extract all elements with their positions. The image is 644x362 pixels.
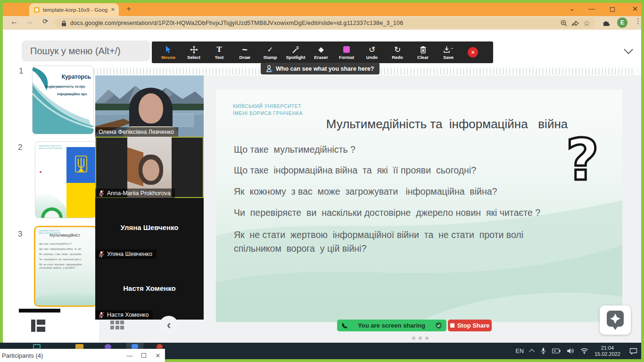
window-chevron-icon[interactable]: ⌄ [567, 5, 577, 12]
slide-question-1: Що таке мультимедійність ? [234, 144, 355, 155]
browser-menu-icon[interactable]: ⋮ [635, 17, 642, 25]
window-restore-button[interactable] [610, 7, 615, 12]
action-center-icon[interactable] [629, 348, 637, 354]
tool-draw[interactable]: ~ Draw [232, 42, 257, 63]
browser-toolbar: ← → ⟳ docs.google.com/presentation/d/1PZ… [3, 16, 641, 30]
tool-save[interactable]: ⌄ Save [436, 42, 461, 63]
tab-title: template-korp-16x9 - Google Пр [43, 7, 107, 13]
text-tool-icon: T [216, 45, 222, 54]
phone-icon [341, 322, 348, 329]
taskbar-active-app-tile[interactable] [126, 343, 143, 349]
menu-search-box[interactable]: Пошук у меню (Alt+/) [22, 41, 150, 61]
window-minimize-button[interactable]: — [586, 5, 597, 12]
battery-icon[interactable] [552, 348, 561, 354]
tool-undo[interactable]: ↺ Undo [359, 42, 385, 63]
stop-square-icon [450, 323, 454, 328]
video3-name-label: Уляна Шевченко [95, 249, 157, 259]
system-tray: EN 21:04 15.02.2022 [516, 343, 637, 359]
reload-button[interactable]: ⟳ [40, 17, 51, 25]
thumb3-questions: Що таке мультимедійність ? Що таке інфор… [39, 242, 82, 272]
video-tile-nastia[interactable]: Настя Хоменко Настя Хоменко [95, 259, 204, 320]
back-button[interactable]: ← [8, 17, 20, 26]
participants-close-button[interactable]: ✕ [151, 352, 165, 359]
tool-eraser[interactable]: ◆ Eraser [308, 42, 334, 63]
clock-time: 21:04 [594, 345, 620, 351]
stamp-check-icon: ✓ [267, 45, 273, 54]
thumb2-pink-dot [40, 171, 41, 173]
participants-window-title: Participants (4) [0, 352, 123, 359]
tooltip-text: Who can see what you share here? [276, 66, 374, 72]
share-visibility-tooltip: Who can see what you share here? [261, 63, 380, 74]
screen: template-korp-16x9 - Google Пр ✕ + ⌄ — ✕… [0, 0, 644, 362]
share-icon[interactable] [571, 20, 579, 27]
tool-clear[interactable]: Clear [410, 42, 436, 63]
participants-window[interactable]: Participants (4) — ✕ [0, 349, 165, 362]
slide-number-3: 3 [18, 230, 22, 239]
tool-select[interactable]: Select [181, 42, 206, 63]
new-tab-button[interactable]: + [126, 4, 131, 14]
shield-check-icon [435, 322, 442, 329]
wifi-icon[interactable] [580, 348, 588, 354]
zoom-video-panel: Олена Феліксівна Левченко Anna-Mariia Pr… [95, 75, 204, 320]
slide-pagination-dots [412, 337, 429, 340]
slide-thumbnail-3-selected[interactable]: КИЇВСЬКИЙ УНІВЕРСИТЕТ ІМЕНІ БОРИСА ГРІНЧ… [34, 226, 97, 307]
taskbar-clock[interactable]: 21:04 15.02.2022 [594, 345, 620, 357]
mic-muted-icon [99, 251, 104, 257]
bookmark-star-icon[interactable]: ☆ [583, 18, 590, 28]
browser-tab-strip: template-korp-16x9 - Google Пр ✕ + ⌄ — ✕ [3, 3, 641, 16]
person-icon [266, 65, 272, 72]
slide-thumbnail-2[interactable]: КИЇВСЬКИЙ УНІВЕРСИТЕТ ІМЕНІ БОРИСА ГРІНЧ… [35, 141, 96, 218]
clock-date: 15.02.2022 [594, 351, 620, 357]
thumb1-line1: Медіаграмотність та про [45, 85, 85, 88]
explore-sparkle-button[interactable] [600, 305, 631, 335]
tool-stamp[interactable]: ✓ Stamp [257, 42, 283, 63]
ukraine-flag [66, 147, 96, 218]
participants-minimize-button[interactable]: — [123, 352, 137, 359]
slide-title: Мультимедійність та інформаційна війна [287, 117, 607, 132]
tray-expand-chevron[interactable] [530, 350, 535, 354]
extensions-puzzle-icon[interactable] [603, 19, 611, 27]
thumb2-university-text: КИЇВСЬКИЙ УНІВЕРСИТЕТ ІМЕНІ БОРИСА ГРІНЧ… [39, 145, 62, 150]
thumb3-title: Мультимедійніст [50, 233, 80, 238]
zoom-page-icon[interactable] [560, 19, 568, 27]
flag-yellow-half [66, 183, 96, 218]
university-header: КИЇВСЬКИЙ УНІВЕРСИТЕТ ІМЕНІ БОРИСА ГРІНЧ… [233, 103, 303, 117]
undo-icon: ↺ [369, 45, 375, 54]
tool-text[interactable]: T Text [206, 42, 232, 63]
annotation-close-button[interactable]: ✕ [468, 47, 478, 58]
filmstrip-scrollbar[interactable] [19, 309, 60, 313]
collapse-menus-chevron-icon[interactable] [624, 45, 633, 54]
profile-avatar[interactable]: E [617, 17, 627, 28]
zoom-annotation-toolbar: Mouse Select T Text ~ Draw ✓ Stamp Spotl… [152, 41, 493, 63]
language-indicator[interactable]: EN [516, 348, 524, 354]
slide-question-3: Як кожному з вас може загрожувати інформ… [234, 186, 497, 197]
slide-question-2: Що таке інформаційна війна та які її про… [234, 165, 476, 176]
spotlight-wand-icon [292, 45, 300, 54]
browser-tab[interactable]: template-korp-16x9 - Google Пр ✕ [29, 3, 119, 16]
stop-share-button[interactable]: Stop Share [448, 320, 492, 331]
video2-name-label: Anna-Mariia Prokhorova [95, 189, 175, 198]
tool-format[interactable]: Format [334, 42, 359, 63]
save-download-icon: ⌄ [443, 45, 454, 54]
tool-spotlight[interactable]: Spotlight [283, 42, 308, 63]
tool-mouse[interactable]: Mouse [156, 42, 181, 63]
grid-view-icon[interactable] [110, 321, 124, 330]
tool-redo[interactable]: ↻ Redo [385, 42, 410, 63]
video-tile-olena[interactable]: Олена Феліксівна Левченко [95, 75, 204, 137]
filmstrip-view-icon[interactable] [31, 320, 45, 332]
participants-maximize-button[interactable] [137, 352, 151, 359]
speaker-icon[interactable] [567, 348, 574, 354]
collapse-panel-chevron[interactable]: ‹ [159, 316, 178, 335]
forward-button[interactable]: → [24, 17, 35, 26]
thumb1-title: Кураторсь [62, 74, 91, 80]
video-tile-anna-mariia[interactable]: Anna-Mariia Prokhorova [95, 137, 204, 198]
window-close-button[interactable]: ✕ [630, 5, 640, 13]
video3-center-name: Уляна Шевченко [95, 223, 204, 231]
slides-favicon [34, 7, 40, 13]
video-tile-uliana[interactable]: Уляна Шевченко Уляна Шевченко [95, 198, 204, 259]
tab-close-icon[interactable]: ✕ [111, 7, 115, 13]
slide-thumbnail-1[interactable]: Кураторсь Медіаграмотність та про інформ… [32, 66, 94, 134]
address-bar[interactable]: docs.google.com/presentation/d/1PZ0t-HQW… [55, 18, 595, 28]
video1-name-label: Олена Феліксівна Левченко [95, 127, 178, 137]
tray-mic-icon[interactable] [541, 347, 546, 354]
